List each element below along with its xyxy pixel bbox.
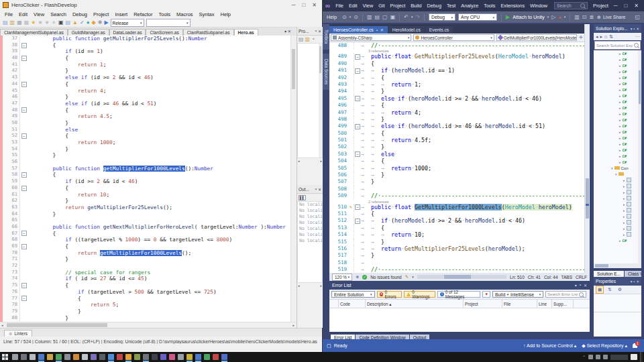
vs-platform-select[interactable]: Any CPU▾ [458,13,497,21]
panel-tab-solutione[interactable]: Solution E... [594,271,624,277]
filter-icon[interactable]: ▼ [482,291,490,298]
code-line[interactable]: 40– { [0,55,290,62]
taskbar-app-icon[interactable] [56,354,62,360]
tree-item-project[interactable]: ▸C# [594,123,641,129]
fd-toolbar-icon[interactable]: ▤ [3,20,8,25]
code-line[interactable]: 63 return getMultiplierFor25Levels(); [0,204,290,211]
code-line[interactable]: 491–→ → if·(heroModel.id·==·1) [329,67,584,74]
editor-health-icon[interactable]: ◈ [356,274,359,280]
chevron-down-icon[interactable]: ▾ [350,14,352,20]
save-all-icon[interactable]: ▣ [390,14,396,20]
scrollbar-thumb[interactable] [7,323,107,327]
code-line[interactable]: 492→ → { [329,74,584,81]
home-icon[interactable]: ⌂ [604,34,607,39]
fd-titlebar[interactable]: HeroClicker - FlashDevelop ─ □ ✕ [0,0,322,10]
fd-toolbar-icon[interactable]: ▦ [17,20,22,25]
code-line[interactable]: 495–→ → else·if·(heroModel.id·>=·2·&&·he… [329,95,584,102]
tab-HeroModel.cs[interactable]: HeroModel.cs [388,26,425,34]
fold-marker[interactable]: – [354,67,361,74]
vs-config-select[interactable]: Debug▾ [429,13,455,21]
collapse-icon[interactable]: ▥ [305,37,311,42]
code-line[interactable]: 62 } [0,198,290,204]
fold-collapse-icon[interactable]: – [21,172,27,178]
scroll-right-icon[interactable]: ▸ [320,284,322,288]
scrollbar-thumb[interactable] [292,49,295,89]
chevron-down-icon[interactable]: ▾ [411,14,413,20]
fold-marker[interactable]: – [20,81,28,88]
clock-area[interactable] [610,355,628,360]
pause-icon[interactable]: ▌▌ [299,195,306,200]
fd-output-hscrollbar[interactable]: ◂ ▸ [297,283,323,288]
fold-collapse-icon[interactable]: – [21,82,27,87]
menu-item-edit[interactable]: Edit [19,11,28,17]
tree-item-project[interactable]: ▸C# [594,86,641,93]
alphabetical-sort-icon[interactable]: ⇅ [606,286,614,294]
minimize-icon[interactable]: ─ [292,2,296,8]
menu-item-tools[interactable]: Tools [159,11,171,17]
menu-item-project[interactable]: Project [93,11,109,17]
fd-toolbar-icon[interactable]: ★ [52,20,56,25]
code-line[interactable]: 489–→ public·float·GetMultiplierFor25Lev… [329,53,584,60]
menu-item-refactor[interactable]: Refactor [133,11,152,17]
scrollbar-thumb[interactable] [444,275,471,279]
code-line[interactable]: 511→ { [329,210,584,217]
error-list-search-box[interactable]: Search Error List [545,291,586,298]
fd-toolbar-icon[interactable]: ★ [38,20,42,25]
tray-icon[interactable] [596,355,600,359]
code-line[interactable]: 70 return getMultiplierFor1000Levels(); [0,250,290,257]
chevron-down-icon[interactable]: ▾ [631,280,633,284]
column-header-Line[interactable]: Line [537,300,552,308]
fd-toolbar-icon[interactable]: ▤ [66,20,71,25]
code-line[interactable]: 61 return 10; [0,192,290,198]
scrollbar-thumb[interactable] [586,178,589,219]
menu-item-file[interactable]: File [335,3,343,9]
menu-item-build[interactable]: Build [411,3,421,9]
pin-icon[interactable]: ▪ [633,280,635,284]
navigate-forward-icon[interactable]: ⊙ [354,14,358,20]
code-line[interactable]: 504→ → { [329,158,584,164]
close-icon[interactable]: ✕ [634,3,639,9]
code-line[interactable]: 46 } [0,94,290,101]
tab-ClanScreen.as[interactable]: ClanScreen.as [146,29,182,36]
solution-explorer-search-box[interactable]: Search Solution Exp [594,41,641,50]
fd-code-editor[interactable]: 37 public function getMultiplierFor25Lev… [0,36,290,322]
code-line[interactable]: 514→ → → return·10; [329,231,584,238]
taskbar-app-icon[interactable] [91,354,97,360]
tree-item-project[interactable]: ▸C# [594,62,641,68]
menu-item-debug[interactable]: Debug [427,3,441,9]
forward-icon[interactable]: ▸ [600,34,603,40]
tree-item-project[interactable]: ▸C# [594,99,641,105]
fold-marker[interactable]: – [354,95,361,102]
tree-item-project[interactable]: ▸C# [594,129,641,135]
fold-collapse-icon[interactable]: – [355,54,360,60]
fd-project-tree[interactable] [297,44,323,158]
undo-icon[interactable]: ↶ [404,14,409,20]
fd-toolbar-icon[interactable]: ◆ [92,20,96,25]
start-button[interactable] [2,354,8,360]
fold-marker[interactable]: – [20,282,28,289]
tree-item-project[interactable]: ▸C# [594,153,641,159]
code-line[interactable]: 516→ → return·GetMultiplierFor25Levels(h… [329,245,584,252]
column-header-Supp...[interactable]: Supp... [552,300,574,308]
fold-marker[interactable]: – [20,243,28,250]
find-in-files-icon[interactable]: ▥ [574,14,580,20]
pin-icon[interactable]: ▪ [376,28,378,32]
tree-item-project[interactable]: ▸C# [594,56,641,62]
code-line[interactable]: 71 } [0,256,290,263]
code-line[interactable]: 76 if (targetLevel > 500 && targetLevel … [0,289,290,296]
pin-icon[interactable]: ▪ [633,27,635,31]
chevron-down-icon[interactable]: ▾ [412,275,414,279]
fold-marker[interactable]: – [354,123,361,129]
fold-marker[interactable]: – [20,296,28,302]
touch-keyboard-icon[interactable] [631,354,637,360]
code-line[interactable]: 67– { [0,231,290,237]
fold-collapse-icon[interactable]: – [21,283,27,288]
code-line[interactable]: 50 } [0,120,290,127]
code-line[interactable]: 503–→ → else [329,151,584,158]
tree-item-project[interactable]: ▸C# [594,117,641,123]
menu-item-test[interactable]: Test [447,3,455,9]
minimize-icon[interactable]: ─ [614,3,618,9]
vs-vertical-scrollbar[interactable] [584,24,590,273]
tree-item-project[interactable]: ▸C# [594,147,641,153]
taskbar-app-icon[interactable] [178,354,184,360]
